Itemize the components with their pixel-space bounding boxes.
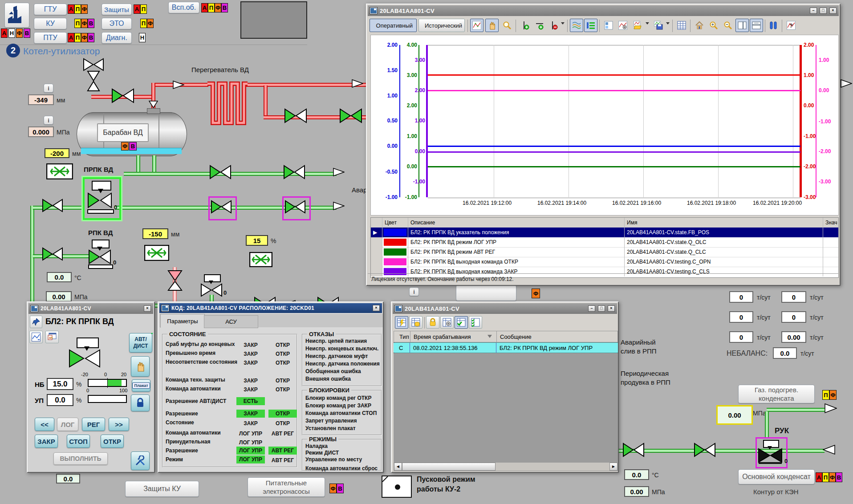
steam-valve-2[interactable] (284, 108, 307, 123)
legend-header-value[interactable]: Значение (823, 218, 837, 228)
drum-label[interactable]: Барабан ВД (97, 123, 149, 142)
nav-diagn-button[interactable]: Диагн. (102, 32, 132, 44)
chart-settings-button[interactable] (616, 19, 630, 32)
temp1-field[interactable]: 0.0 (47, 272, 72, 282)
flow-field-r3c2[interactable]: 0.00 (781, 331, 806, 343)
feed-pumps-button[interactable]: Питательные электронасосы (248, 477, 325, 497)
vspob-badge-a[interactable]: А (201, 3, 208, 12)
maincond-badge-v[interactable]: В (836, 472, 842, 482)
chart-mode-button[interactable] (470, 19, 483, 32)
data-table-button[interactable] (675, 19, 688, 32)
flow-field-r2c1[interactable]: 0 (729, 311, 753, 323)
open-valve-button[interactable]: ОТКР (101, 435, 124, 448)
zashity-badge-a[interactable]: А (134, 4, 140, 14)
alarm-titlebar[interactable]: 20LAB41AA801-CV – □ × (393, 303, 617, 314)
chart-help-button[interactable]: ? (784, 19, 798, 32)
plakat-button[interactable]: Плакат (132, 379, 150, 392)
faceplate-trend-button[interactable] (29, 331, 43, 343)
cond-temp-field[interactable]: 0.0 (624, 469, 649, 480)
execute-button[interactable]: ВЫПОЛНИТЬ (53, 452, 108, 465)
ptu-badge-a[interactable]: А (68, 33, 74, 42)
open-dropdown-icon[interactable] (646, 22, 649, 24)
nav-ku-button[interactable]: КУ (34, 18, 67, 29)
plot-area[interactable] (428, 45, 800, 198)
maximize-icon[interactable]: □ (598, 305, 605, 312)
flow-field-r1c1[interactable]: 0 (729, 291, 753, 303)
info-button-mid[interactable]: i (409, 287, 419, 296)
legend-row[interactable]: БЛ2: РК ПРПК ВД режим АВТ РЕГ 20LAB41AA8… (371, 247, 838, 257)
alarm-col-time[interactable]: Время срабатывания (414, 333, 471, 340)
water-valve-5[interactable] (42, 199, 63, 212)
vspob-badge-f[interactable]: Ф (215, 3, 221, 12)
scroll-right-icon[interactable]: ► (609, 463, 617, 471)
nb-value-field[interactable]: 15.0 (47, 378, 73, 390)
up-value-field[interactable]: 0.0 (47, 394, 73, 406)
chart-panel[interactable]: 2.00 1.50 1.00 0.50 0.00 -0.50 -1.00 4.0… (370, 35, 839, 215)
faceplate-params-button[interactable]: АП (45, 331, 59, 343)
minimize-icon[interactable]: – (588, 305, 595, 312)
cond-pressure-field[interactable]: 0.00 (716, 405, 753, 425)
logo-badge-a[interactable]: А (1, 28, 8, 38)
zashity-badge-p[interactable]: П (140, 4, 147, 14)
vspob-badge-v[interactable]: В (221, 3, 228, 12)
cursor-add2-button[interactable] (532, 19, 546, 32)
drum-badge-f[interactable]: Ф (121, 142, 129, 150)
kod-titlebar[interactable]: КОД: 20LAB41AA801-CV РАСПОЛОЖЕНИЕ: 20CKD… (159, 303, 382, 313)
percent1-field[interactable]: 15 (246, 235, 268, 246)
eto-badge-f[interactable]: Ф (147, 19, 154, 28)
water-valve-6[interactable] (42, 247, 63, 261)
show-curves-button[interactable] (570, 19, 583, 32)
damper-indicator-3[interactable] (249, 252, 272, 267)
ruk-valve[interactable] (758, 448, 783, 463)
alarm-settings-button[interactable] (440, 316, 454, 329)
cursor-add-button[interactable] (518, 19, 532, 32)
vent-valve-horizontal[interactable] (83, 58, 104, 71)
gas-badge-f[interactable]: Ф (829, 390, 837, 400)
drum-badge-v[interactable]: В (129, 142, 137, 150)
eto-badge-p[interactable]: П (140, 19, 147, 28)
diagn-badge-n[interactable]: Н (139, 33, 146, 42)
tab-historical[interactable]: Исторический (418, 19, 465, 32)
show-legend-button[interactable] (584, 19, 597, 32)
reg-mode-button[interactable]: РЕГ (82, 418, 105, 431)
gtu-badge-f[interactable]: Ф (81, 4, 88, 14)
ku-badge-f[interactable]: Ф (81, 19, 88, 28)
nav-ptu-button[interactable]: ПТУ (34, 32, 67, 44)
legend-header-color[interactable]: Цвет (382, 218, 408, 228)
partially-hidden-button[interactable] (456, 285, 516, 301)
plant-logo-button[interactable] (4, 3, 29, 28)
alarm-col-message[interactable]: Сообщение (500, 333, 532, 340)
lock-button[interactable] (131, 394, 150, 411)
damper-indicator-1[interactable] (46, 163, 73, 179)
close-valve-button[interactable]: ЗАКР (35, 435, 58, 448)
close-icon[interactable]: × (373, 305, 380, 311)
manual-hand-button[interactable] (131, 356, 150, 377)
save-dropdown-icon[interactable] (666, 22, 670, 24)
home-view-button[interactable] (693, 19, 706, 32)
tab-asu[interactable]: АСУ (204, 315, 258, 328)
step-prev-button[interactable]: << (35, 418, 54, 431)
logo-badge-f[interactable]: Ф (16, 28, 23, 38)
alarm-history-button[interactable] (409, 316, 422, 329)
maincond-badge-p[interactable]: П (822, 472, 829, 482)
avt-dist-button[interactable]: АВТ/ ДИСТ (129, 333, 152, 353)
pressure2-field[interactable]: 0.00 (46, 291, 72, 302)
scroll-thumb[interactable] (402, 463, 496, 471)
ptu-badge-p[interactable]: П (74, 33, 81, 42)
flow-field-r2c2[interactable]: 0 (781, 311, 806, 323)
prpk-valve[interactable] (87, 192, 112, 208)
close-icon[interactable]: × (144, 305, 151, 312)
logo-badge-v[interactable]: В (24, 28, 30, 38)
step-next-button[interactable]: >> (109, 418, 129, 431)
pan-button[interactable] (485, 19, 499, 32)
trend-titlebar[interactable]: 20LAB41AA801-CV – □ × (368, 5, 839, 16)
zashity-ku-button[interactable]: Защиты КУ (125, 481, 199, 497)
gtu-badge-p[interactable]: П (74, 4, 81, 14)
ptu-badge-v[interactable]: В (88, 33, 94, 42)
ku-badge-v[interactable]: В (88, 19, 94, 28)
cond-valve-1[interactable] (622, 443, 645, 457)
maincond-badge-f[interactable]: Ф (829, 472, 836, 482)
steam-valve-3[interactable] (339, 108, 362, 123)
panels-button[interactable] (602, 19, 615, 32)
horizontal-split-button[interactable] (750, 19, 763, 32)
